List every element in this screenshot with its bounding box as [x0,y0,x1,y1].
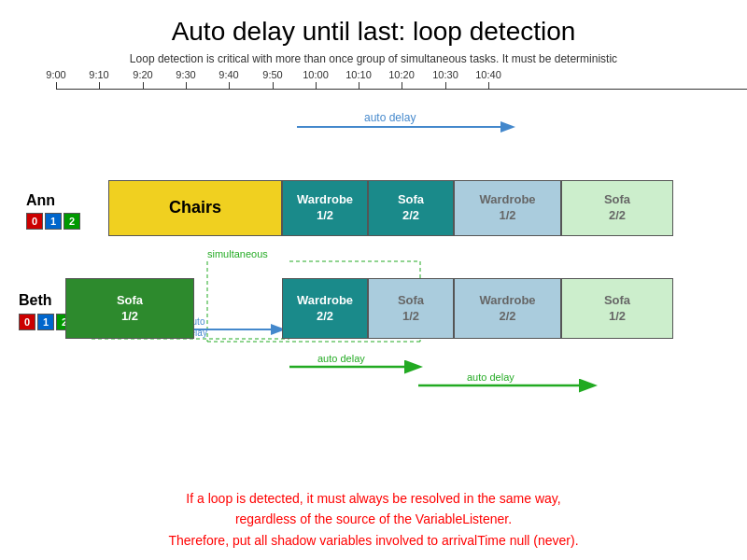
beth-task-sofa-1: Sofa1/2 [65,278,194,339]
beth-task-sofa-grey: Sofa1/2 [368,278,454,339]
bottom-line1: If a loop is detected, it must always be… [0,488,747,509]
auto-delay-label-beth3: auto delay [467,371,514,383]
beth-badge-0: 0 [19,314,35,330]
ann-label: Ann [26,192,55,209]
auto-delay-label-beth2: auto delay [317,353,365,364]
beth-badge-1: 1 [37,314,54,330]
page-subtitle: Loop detection is critical with more tha… [0,52,747,65]
timeline-axis: 9:00 9:10 9:20 9:30 9:40 9:50 10:00 10:1… [56,69,747,91]
tick-1040: 10:40 [475,69,501,80]
tick-1000: 10:00 [303,69,329,80]
diagram-area: auto delay simultaneous simultaneous aut… [0,91,747,371]
auto-delay-label-top: auto delay [364,111,416,124]
beth-task-wardrobe-grey: Wardrobe2/2 [454,278,561,339]
tick-940: 9:40 [218,69,238,80]
ann-badges: 0 1 2 [26,213,80,230]
beth-task-wardrobe-2: Wardrobe2/2 [282,278,368,339]
tick-1010: 10:10 [345,69,372,80]
ann-task-wardrobe-1: Wardrobe1/2 [282,180,368,236]
tick-900: 9:00 [46,69,65,80]
tick-910: 9:10 [89,69,108,80]
beth-label: Beth [19,292,52,309]
tick-1030: 10:30 [432,69,458,80]
bottom-line2: regardless of the source of the Variable… [0,509,747,529]
ann-task-wardrobe-grey: Wardrobe1/2 [454,180,561,236]
simultaneous-label-ann: simultaneous [207,248,268,259]
tick-930: 9:30 [176,69,195,80]
ann-badge-0: 0 [26,213,43,230]
ann-task-sofa-2: Sofa2/2 [368,180,454,236]
bottom-warning: If a loop is detected, it must always be… [0,488,747,551]
page-title: Auto delay until last: loop detection [0,0,747,47]
bottom-line3: Therefore, put all shadow variables invo… [0,530,747,551]
ann-task-sofa-light: Sofa2/2 [561,180,673,236]
tick-920: 9:20 [133,69,152,80]
ann-badge-1: 1 [45,213,62,230]
tick-950: 9:50 [262,69,282,80]
beth-task-sofa-light: Sofa1/2 [561,278,673,339]
ann-task-chairs: Chairs [108,180,282,236]
ann-badge-2: 2 [63,213,80,230]
tick-1020: 10:20 [388,69,415,80]
timeline: 9:00 9:10 9:20 9:30 9:40 9:50 10:00 10:1… [56,69,747,91]
